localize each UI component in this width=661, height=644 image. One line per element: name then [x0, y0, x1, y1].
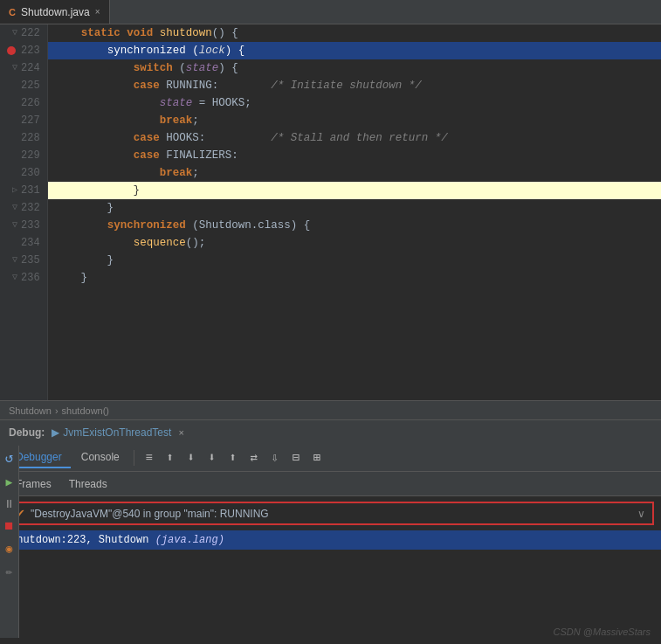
debug-session-close[interactable]: × [178, 427, 183, 438]
file-tab-shutdown[interactable]: C Shutdown.java × [0, 0, 110, 24]
code-line-223: synchronized (lock) { [48, 42, 661, 59]
code-line-225: case RUNNING: /* Initiate shutdown */ [48, 77, 661, 94]
code-lines: static void shutdown() { synchronized (l… [48, 24, 661, 400]
thread-expand-icon[interactable]: ∨ [637, 508, 645, 520]
ln-225: 225 [7, 77, 40, 94]
breakpoint-223[interactable] [7, 46, 16, 55]
breadcrumb-sep: › [55, 405, 59, 416]
ln-227: 227 [7, 112, 40, 129]
toolbar-icon-evaluate[interactable]: ⇩ [265, 448, 285, 467]
code-editor: ▽222 223 ▽224 225 226 227 228 229 230 ▷2… [0, 24, 661, 400]
sub-tab-threads[interactable]: Threads [60, 474, 116, 494]
debug-session-name: JvmExistOnThreadTest [63, 426, 171, 439]
ln-222: ▽222 [7, 24, 40, 42]
tab-label: Shutdown.java [21, 6, 90, 18]
code-line-229: case FINALIZERS: [48, 147, 661, 164]
toolbar-icon-menu[interactable]: ≡ [140, 448, 159, 467]
ln-231: ▷231 [7, 182, 40, 199]
code-line-234: sequence(); [48, 234, 661, 252]
ln-228: 228 [7, 129, 40, 147]
tab-close-button[interactable]: × [95, 7, 100, 17]
breadcrumb-class: Shutdown [9, 405, 52, 416]
toolbar-icon-grid[interactable]: ⊞ [307, 448, 327, 467]
ln-224: ▽224 [7, 59, 40, 77]
ln-235: ▽235 [7, 252, 40, 269]
debugger-toolbar: Debugger Console ≡ ⬆ ⬇ ⬇ ⬆ ⇄ ⇩ ⊟ ⊞ [0, 444, 661, 472]
code-line-231: } [48, 182, 661, 199]
sidebar-icon-stop[interactable]: ⏹ [3, 520, 15, 533]
fold-icon-224[interactable]: ▽ [12, 59, 17, 77]
sub-tabs: Frames Threads [0, 472, 661, 496]
tab-bar: C Shutdown.java × [0, 0, 661, 24]
frame-item[interactable]: shutdown:223, Shutdown (java.lang) [0, 530, 661, 550]
toolbar-icon-table[interactable]: ⊟ [286, 448, 306, 467]
left-sidebar: ↺ ▶ ⏸ ⏹ ◉ ✏ [0, 446, 19, 638]
code-line-224: switch (state) { [48, 59, 661, 77]
toolbar-icon-resume[interactable]: ⬆ [161, 448, 180, 467]
toolbar-icon-run-to-cursor[interactable]: ⇄ [244, 448, 264, 467]
breadcrumb: Shutdown › shutdown() [0, 400, 661, 419]
fold-icon-222[interactable]: ▽ [12, 24, 17, 42]
tab-console[interactable]: Console [72, 447, 128, 468]
code-area: ▽222 223 ▽224 225 226 227 228 229 230 ▷2… [0, 24, 661, 400]
debugger-panel: Debugger Console ≡ ⬆ ⬇ ⬇ ⬆ ⇄ ⇩ ⊟ ⊞ Frame… [0, 444, 661, 550]
breadcrumb-method: shutdown() [62, 405, 109, 416]
fold-icon-236[interactable]: ▽ [12, 269, 17, 287]
frame-package: (java.lang) [155, 534, 224, 546]
code-line-233: synchronized (Shutdown.class) { [48, 217, 661, 234]
sidebar-icon-record[interactable]: ◉ [6, 542, 13, 556]
toolbar-icon-step-over[interactable]: ⬇ [182, 448, 201, 467]
debug-session-icon: ▶ [52, 426, 59, 439]
ln-233: ▽233 [7, 217, 40, 234]
debug-session[interactable]: ▶ JvmExistOnThreadTest × [52, 426, 183, 439]
fold-icon-231[interactable]: ▷ [12, 182, 17, 199]
code-line-235: } [48, 252, 661, 269]
java-file-icon: C [9, 7, 16, 17]
frame-label: shutdown:223, Shutdown [10, 534, 148, 546]
toolbar-icon-step-into[interactable]: ⬇ [203, 448, 222, 467]
ln-223: 223 [7, 42, 40, 59]
sidebar-icon-refresh[interactable]: ↺ [5, 449, 14, 467]
debug-label: Debug: [9, 426, 45, 439]
ln-232: ▽232 [7, 199, 40, 217]
thread-label: "DestroyJavaVM"@540 in group "main": RUN… [31, 508, 269, 520]
sidebar-icon-pause[interactable]: ⏸ [3, 498, 15, 511]
watermark: CSDN @MassiveStars [554, 627, 651, 637]
fold-icon-232[interactable]: ▽ [12, 199, 17, 217]
code-line-222: static void shutdown() { [48, 24, 661, 42]
code-line-236: } [48, 269, 661, 287]
code-line-226: state = HOOKS; [48, 94, 661, 112]
sidebar-icon-play[interactable]: ▶ [6, 475, 13, 489]
code-line-232: } [48, 199, 661, 217]
code-line-228: case HOOKS: /* Stall and then return */ [48, 129, 661, 147]
thread-item[interactable]: ✔ "DestroyJavaVM"@540 in group "main": R… [7, 502, 654, 525]
code-line-227: break; [48, 112, 661, 129]
line-numbers: ▽222 223 ▽224 225 226 227 228 229 230 ▷2… [0, 24, 48, 400]
ln-236: ▽236 [7, 269, 40, 287]
ln-234: 234 [7, 234, 40, 252]
debug-bar: Debug: ▶ JvmExistOnThreadTest × [0, 419, 661, 444]
fold-icon-233[interactable]: ▽ [12, 217, 17, 234]
toolbar-icon-step-out[interactable]: ⬆ [224, 448, 243, 467]
sidebar-icon-edit[interactable]: ✏ [6, 564, 13, 578]
fold-icon-235[interactable]: ▽ [12, 252, 17, 269]
ln-226: 226 [7, 94, 40, 112]
toolbar-separator [134, 450, 134, 466]
ln-230: 230 [7, 164, 40, 182]
code-line-230: break; [48, 164, 661, 182]
ln-229: 229 [7, 147, 40, 164]
